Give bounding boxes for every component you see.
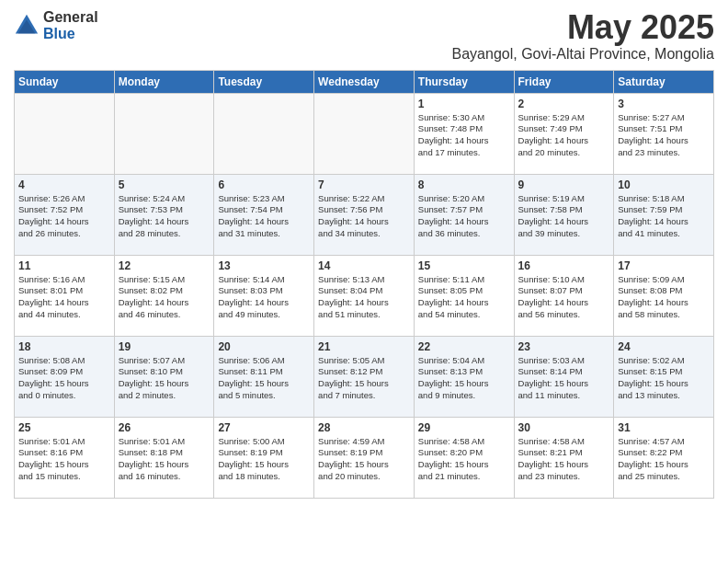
calendar-cell: 17Sunrise: 5:09 AM Sunset: 8:08 PM Dayli… [614,255,714,336]
day-info: Sunrise: 5:26 AM Sunset: 7:52 PM Dayligh… [18,193,110,240]
day-info: Sunrise: 5:09 AM Sunset: 8:08 PM Dayligh… [618,274,710,321]
day-number: 7 [318,178,410,191]
calendar-row-1: 1Sunrise: 5:30 AM Sunset: 7:48 PM Daylig… [15,93,714,174]
calendar-cell: 12Sunrise: 5:15 AM Sunset: 8:02 PM Dayli… [114,255,214,336]
day-info: Sunrise: 5:05 AM Sunset: 8:12 PM Dayligh… [318,355,410,402]
day-info: Sunrise: 5:27 AM Sunset: 7:51 PM Dayligh… [618,112,710,159]
day-number: 15 [418,259,510,272]
day-info: Sunrise: 5:19 AM Sunset: 7:58 PM Dayligh… [518,193,610,240]
day-info: Sunrise: 5:02 AM Sunset: 8:15 PM Dayligh… [618,355,710,402]
title-block: May 2025 Bayangol, Govi-Altai Province, … [452,9,714,63]
day-info: Sunrise: 5:22 AM Sunset: 7:56 PM Dayligh… [318,193,410,240]
day-number: 11 [18,259,110,272]
header-cell-tuesday: Tuesday [214,70,314,93]
calendar-cell: 6Sunrise: 5:23 AM Sunset: 7:54 PM Daylig… [214,174,314,255]
calendar-cell: 26Sunrise: 5:01 AM Sunset: 8:18 PM Dayli… [114,417,214,498]
calendar-cell: 19Sunrise: 5:07 AM Sunset: 8:10 PM Dayli… [114,336,214,417]
calendar-cell: 10Sunrise: 5:18 AM Sunset: 7:59 PM Dayli… [614,174,714,255]
day-number: 3 [618,98,710,110]
day-info: Sunrise: 5:03 AM Sunset: 8:14 PM Dayligh… [518,355,610,402]
calendar-cell: 24Sunrise: 5:02 AM Sunset: 8:15 PM Dayli… [614,336,714,417]
calendar-table: SundayMondayTuesdayWednesdayThursdayFrid… [14,70,714,499]
day-info: Sunrise: 5:24 AM Sunset: 7:53 PM Dayligh… [119,193,210,240]
calendar-cell: 14Sunrise: 5:13 AM Sunset: 8:04 PM Dayli… [314,255,415,336]
calendar-cell: 21Sunrise: 5:05 AM Sunset: 8:12 PM Dayli… [314,336,415,417]
calendar-cell: 5Sunrise: 5:24 AM Sunset: 7:53 PM Daylig… [114,174,214,255]
calendar-cell: 16Sunrise: 5:10 AM Sunset: 8:07 PM Dayli… [514,255,614,336]
header-cell-monday: Monday [114,70,214,93]
day-info: Sunrise: 5:11 AM Sunset: 8:05 PM Dayligh… [418,274,510,321]
logo-text: General Blue [43,9,98,41]
day-number: 14 [318,259,410,272]
day-info: Sunrise: 5:20 AM Sunset: 7:57 PM Dayligh… [418,193,510,240]
day-number: 27 [218,421,310,434]
calendar-cell: 8Sunrise: 5:20 AM Sunset: 7:57 PM Daylig… [414,174,514,255]
logo-icon [14,13,40,39]
day-info: Sunrise: 5:15 AM Sunset: 8:02 PM Dayligh… [119,274,210,321]
day-info: Sunrise: 5:16 AM Sunset: 8:01 PM Dayligh… [18,274,110,321]
day-number: 1 [418,98,510,110]
calendar-cell: 22Sunrise: 5:04 AM Sunset: 8:13 PM Dayli… [414,336,514,417]
day-info: Sunrise: 5:08 AM Sunset: 8:09 PM Dayligh… [18,355,110,402]
day-number: 16 [518,259,610,272]
header-cell-thursday: Thursday [414,70,514,93]
day-info: Sunrise: 4:57 AM Sunset: 8:22 PM Dayligh… [618,436,710,483]
day-info: Sunrise: 5:30 AM Sunset: 7:48 PM Dayligh… [418,112,510,159]
calendar-cell [314,93,415,174]
day-number: 31 [618,421,710,434]
day-info: Sunrise: 5:07 AM Sunset: 8:10 PM Dayligh… [119,355,210,402]
calendar-cell: 1Sunrise: 5:30 AM Sunset: 7:48 PM Daylig… [414,93,514,174]
calendar-cell: 31Sunrise: 4:57 AM Sunset: 8:22 PM Dayli… [614,417,714,498]
day-number: 26 [119,421,210,434]
logo-blue: Blue [43,26,98,42]
header-row: SundayMondayTuesdayWednesdayThursdayFrid… [15,70,714,93]
calendar-cell: 2Sunrise: 5:29 AM Sunset: 7:49 PM Daylig… [514,93,614,174]
day-info: Sunrise: 4:58 AM Sunset: 8:21 PM Dayligh… [518,436,610,483]
day-info: Sunrise: 5:10 AM Sunset: 8:07 PM Dayligh… [518,274,610,321]
day-number: 25 [18,421,110,434]
header-cell-saturday: Saturday [614,70,714,93]
calendar-row-5: 25Sunrise: 5:01 AM Sunset: 8:16 PM Dayli… [15,417,714,498]
location-title: Bayangol, Govi-Altai Province, Mongolia [452,46,714,63]
day-number: 23 [518,340,610,353]
day-info: Sunrise: 5:14 AM Sunset: 8:03 PM Dayligh… [218,274,310,321]
calendar-cell [15,93,115,174]
calendar-cell: 28Sunrise: 4:59 AM Sunset: 8:19 PM Dayli… [314,417,415,498]
calendar-row-2: 4Sunrise: 5:26 AM Sunset: 7:52 PM Daylig… [15,174,714,255]
calendar-cell: 20Sunrise: 5:06 AM Sunset: 8:11 PM Dayli… [214,336,314,417]
page-header: General Blue May 2025 Bayangol, Govi-Alt… [14,9,714,63]
header-cell-wednesday: Wednesday [314,70,415,93]
day-info: Sunrise: 5:04 AM Sunset: 8:13 PM Dayligh… [418,355,510,402]
calendar-cell: 13Sunrise: 5:14 AM Sunset: 8:03 PM Dayli… [214,255,314,336]
day-number: 22 [418,340,510,353]
day-number: 2 [518,98,610,110]
day-number: 13 [218,259,310,272]
day-number: 6 [218,178,310,191]
calendar-cell: 15Sunrise: 5:11 AM Sunset: 8:05 PM Dayli… [414,255,514,336]
header-cell-sunday: Sunday [15,70,115,93]
day-number: 18 [18,340,110,353]
day-info: Sunrise: 5:00 AM Sunset: 8:19 PM Dayligh… [218,436,310,483]
calendar-cell: 7Sunrise: 5:22 AM Sunset: 7:56 PM Daylig… [314,174,415,255]
calendar-cell: 9Sunrise: 5:19 AM Sunset: 7:58 PM Daylig… [514,174,614,255]
day-number: 19 [119,340,210,353]
calendar-cell: 18Sunrise: 5:08 AM Sunset: 8:09 PM Dayli… [15,336,115,417]
day-info: Sunrise: 5:29 AM Sunset: 7:49 PM Dayligh… [518,112,610,159]
day-number: 5 [119,178,210,191]
day-number: 21 [318,340,410,353]
calendar-cell: 25Sunrise: 5:01 AM Sunset: 8:16 PM Dayli… [15,417,115,498]
header-cell-friday: Friday [514,70,614,93]
day-info: Sunrise: 5:01 AM Sunset: 8:18 PM Dayligh… [119,436,210,483]
day-number: 20 [218,340,310,353]
logo-general: General [43,9,98,26]
calendar-cell: 30Sunrise: 4:58 AM Sunset: 8:21 PM Dayli… [514,417,614,498]
calendar-row-4: 18Sunrise: 5:08 AM Sunset: 8:09 PM Dayli… [15,336,714,417]
day-number: 10 [618,178,710,191]
day-info: Sunrise: 5:18 AM Sunset: 7:59 PM Dayligh… [618,193,710,240]
day-number: 12 [119,259,210,272]
day-number: 24 [618,340,710,353]
calendar-cell: 4Sunrise: 5:26 AM Sunset: 7:52 PM Daylig… [15,174,115,255]
day-info: Sunrise: 5:23 AM Sunset: 7:54 PM Dayligh… [218,193,310,240]
day-number: 30 [518,421,610,434]
day-number: 4 [18,178,110,191]
